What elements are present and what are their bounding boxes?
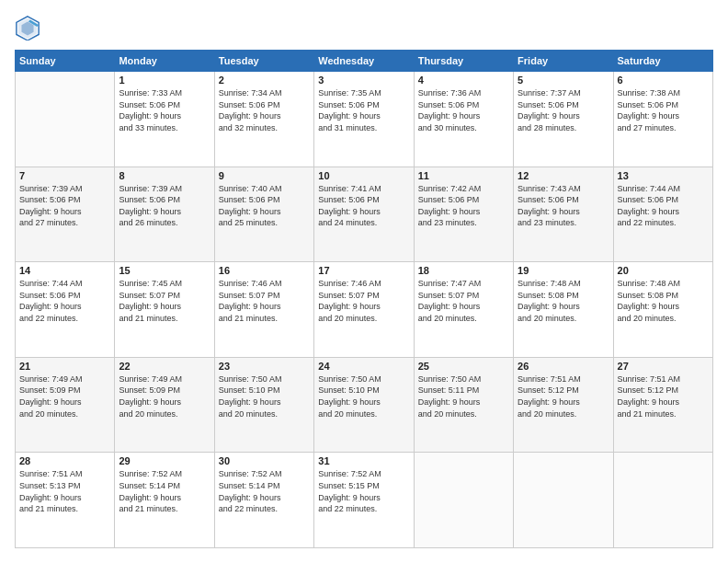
- day-number: 6: [618, 75, 709, 86]
- calendar-cell: 13Sunrise: 7:44 AM Sunset: 5:06 PM Dayli…: [613, 167, 712, 262]
- day-number: 17: [318, 265, 409, 276]
- calendar-cell: 26Sunrise: 7:51 AM Sunset: 5:12 PM Dayli…: [514, 357, 613, 453]
- day-number: 23: [219, 361, 310, 372]
- week-row-2: 7Sunrise: 7:39 AM Sunset: 5:06 PM Daylig…: [16, 167, 713, 262]
- day-number: 18: [418, 265, 509, 276]
- day-number: 21: [19, 361, 110, 372]
- day-number: 30: [219, 455, 310, 466]
- day-info: Sunrise: 7:52 AM Sunset: 5:15 PM Dayligh…: [318, 468, 409, 514]
- calendar-cell: [16, 72, 115, 167]
- day-info: Sunrise: 7:46 AM Sunset: 5:07 PM Dayligh…: [318, 278, 409, 324]
- day-number: 26: [518, 361, 609, 372]
- day-number: 2: [219, 75, 310, 86]
- day-number: 3: [318, 75, 409, 86]
- day-number: 25: [418, 361, 509, 372]
- calendar-cell: 7Sunrise: 7:39 AM Sunset: 5:06 PM Daylig…: [16, 167, 115, 262]
- day-info: Sunrise: 7:44 AM Sunset: 5:06 PM Dayligh…: [19, 278, 110, 324]
- day-info: Sunrise: 7:39 AM Sunset: 5:06 PM Dayligh…: [19, 183, 110, 229]
- day-info: Sunrise: 7:44 AM Sunset: 5:06 PM Dayligh…: [618, 183, 709, 229]
- calendar-cell: 20Sunrise: 7:48 AM Sunset: 5:08 PM Dayli…: [613, 262, 712, 358]
- day-number: 27: [618, 361, 709, 372]
- calendar-cell: 19Sunrise: 7:48 AM Sunset: 5:08 PM Dayli…: [514, 262, 613, 358]
- calendar-cell: 16Sunrise: 7:46 AM Sunset: 5:07 PM Dayli…: [214, 262, 313, 358]
- day-number: 22: [119, 361, 210, 372]
- logo: [15, 15, 44, 40]
- logo-icon: [15, 15, 40, 40]
- day-header-wednesday: Wednesday: [314, 51, 414, 72]
- day-info: Sunrise: 7:34 AM Sunset: 5:06 PM Dayligh…: [219, 87, 310, 133]
- calendar-table: SundayMondayTuesdayWednesdayThursdayFrid…: [15, 50, 713, 548]
- day-number: 13: [618, 170, 709, 181]
- day-header-monday: Monday: [115, 51, 214, 72]
- day-number: 16: [219, 265, 310, 276]
- calendar-cell: 1Sunrise: 7:33 AM Sunset: 5:06 PM Daylig…: [115, 72, 214, 167]
- day-info: Sunrise: 7:51 AM Sunset: 5:12 PM Dayligh…: [518, 373, 609, 419]
- day-info: Sunrise: 7:50 AM Sunset: 5:10 PM Dayligh…: [219, 373, 310, 419]
- day-info: Sunrise: 7:43 AM Sunset: 5:06 PM Dayligh…: [518, 183, 609, 229]
- day-number: 7: [19, 170, 110, 181]
- day-number: 19: [518, 265, 609, 276]
- day-info: Sunrise: 7:49 AM Sunset: 5:09 PM Dayligh…: [119, 373, 210, 419]
- day-info: Sunrise: 7:50 AM Sunset: 5:10 PM Dayligh…: [318, 373, 409, 419]
- page: SundayMondayTuesdayWednesdayThursdayFrid…: [0, 0, 728, 563]
- calendar-cell: 29Sunrise: 7:52 AM Sunset: 5:14 PM Dayli…: [115, 453, 214, 548]
- day-number: 28: [19, 455, 110, 466]
- calendar-cell: 10Sunrise: 7:41 AM Sunset: 5:06 PM Dayli…: [314, 167, 414, 262]
- calendar-cell: 24Sunrise: 7:50 AM Sunset: 5:10 PM Dayli…: [314, 357, 414, 453]
- day-info: Sunrise: 7:38 AM Sunset: 5:06 PM Dayligh…: [618, 87, 709, 133]
- day-info: Sunrise: 7:51 AM Sunset: 5:13 PM Dayligh…: [19, 468, 110, 514]
- day-info: Sunrise: 7:52 AM Sunset: 5:14 PM Dayligh…: [219, 468, 310, 514]
- day-number: 8: [119, 170, 210, 181]
- day-header-tuesday: Tuesday: [214, 51, 313, 72]
- day-number: 20: [618, 265, 709, 276]
- calendar-cell: [514, 453, 613, 548]
- header: [15, 15, 713, 40]
- week-row-1: 1Sunrise: 7:33 AM Sunset: 5:06 PM Daylig…: [16, 72, 713, 167]
- day-number: 1: [119, 75, 210, 86]
- day-info: Sunrise: 7:41 AM Sunset: 5:06 PM Dayligh…: [318, 183, 409, 229]
- day-number: 9: [219, 170, 310, 181]
- calendar-cell: 2Sunrise: 7:34 AM Sunset: 5:06 PM Daylig…: [214, 72, 313, 167]
- day-info: Sunrise: 7:49 AM Sunset: 5:09 PM Dayligh…: [19, 373, 110, 419]
- day-info: Sunrise: 7:37 AM Sunset: 5:06 PM Dayligh…: [518, 87, 609, 133]
- day-number: 11: [418, 170, 509, 181]
- calendar-cell: 23Sunrise: 7:50 AM Sunset: 5:10 PM Dayli…: [214, 357, 313, 453]
- day-header-sunday: Sunday: [16, 51, 115, 72]
- calendar-cell: 8Sunrise: 7:39 AM Sunset: 5:06 PM Daylig…: [115, 167, 214, 262]
- calendar-cell: 27Sunrise: 7:51 AM Sunset: 5:12 PM Dayli…: [613, 357, 712, 453]
- header-row: SundayMondayTuesdayWednesdayThursdayFrid…: [16, 51, 713, 72]
- week-row-5: 28Sunrise: 7:51 AM Sunset: 5:13 PM Dayli…: [16, 453, 713, 548]
- calendar-cell: 21Sunrise: 7:49 AM Sunset: 5:09 PM Dayli…: [16, 357, 115, 453]
- day-number: 14: [19, 265, 110, 276]
- day-number: 24: [318, 361, 409, 372]
- day-info: Sunrise: 7:51 AM Sunset: 5:12 PM Dayligh…: [618, 373, 709, 419]
- calendar-cell: 18Sunrise: 7:47 AM Sunset: 5:07 PM Dayli…: [414, 262, 513, 358]
- day-header-friday: Friday: [514, 51, 613, 72]
- calendar-cell: 14Sunrise: 7:44 AM Sunset: 5:06 PM Dayli…: [16, 262, 115, 358]
- day-info: Sunrise: 7:40 AM Sunset: 5:06 PM Dayligh…: [219, 183, 310, 229]
- day-info: Sunrise: 7:48 AM Sunset: 5:08 PM Dayligh…: [518, 278, 609, 324]
- calendar-cell: 3Sunrise: 7:35 AM Sunset: 5:06 PM Daylig…: [314, 72, 414, 167]
- day-number: 5: [518, 75, 609, 86]
- day-info: Sunrise: 7:39 AM Sunset: 5:06 PM Dayligh…: [119, 183, 210, 229]
- day-header-saturday: Saturday: [613, 51, 712, 72]
- day-info: Sunrise: 7:46 AM Sunset: 5:07 PM Dayligh…: [219, 278, 310, 324]
- day-number: 15: [119, 265, 210, 276]
- day-info: Sunrise: 7:47 AM Sunset: 5:07 PM Dayligh…: [418, 278, 509, 324]
- day-info: Sunrise: 7:50 AM Sunset: 5:11 PM Dayligh…: [418, 373, 509, 419]
- day-info: Sunrise: 7:36 AM Sunset: 5:06 PM Dayligh…: [418, 87, 509, 133]
- day-number: 12: [518, 170, 609, 181]
- day-number: 10: [318, 170, 409, 181]
- calendar-cell: 12Sunrise: 7:43 AM Sunset: 5:06 PM Dayli…: [514, 167, 613, 262]
- day-header-thursday: Thursday: [414, 51, 513, 72]
- day-info: Sunrise: 7:52 AM Sunset: 5:14 PM Dayligh…: [119, 468, 210, 514]
- week-row-3: 14Sunrise: 7:44 AM Sunset: 5:06 PM Dayli…: [16, 262, 713, 358]
- calendar-cell: 4Sunrise: 7:36 AM Sunset: 5:06 PM Daylig…: [414, 72, 513, 167]
- calendar-cell: 30Sunrise: 7:52 AM Sunset: 5:14 PM Dayli…: [214, 453, 313, 548]
- calendar-cell: [414, 453, 513, 548]
- day-info: Sunrise: 7:48 AM Sunset: 5:08 PM Dayligh…: [618, 278, 709, 324]
- calendar-cell: 5Sunrise: 7:37 AM Sunset: 5:06 PM Daylig…: [514, 72, 613, 167]
- calendar-cell: 17Sunrise: 7:46 AM Sunset: 5:07 PM Dayli…: [314, 262, 414, 358]
- calendar-cell: 11Sunrise: 7:42 AM Sunset: 5:06 PM Dayli…: [414, 167, 513, 262]
- day-info: Sunrise: 7:45 AM Sunset: 5:07 PM Dayligh…: [119, 278, 210, 324]
